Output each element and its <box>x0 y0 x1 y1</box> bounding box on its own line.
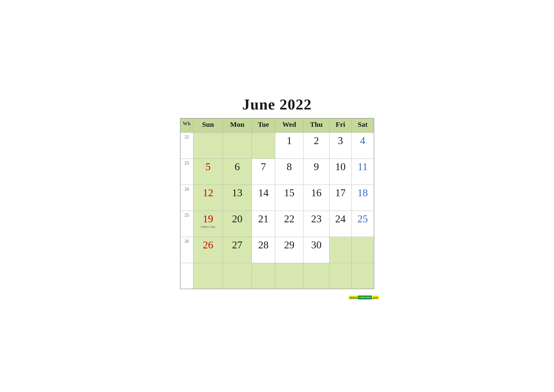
day-number: 7 <box>253 161 274 173</box>
week-row <box>180 263 374 289</box>
day-number: 15 <box>276 187 302 199</box>
day-cell: 11 <box>352 159 374 185</box>
day-cell <box>352 263 374 289</box>
day-cell: 17 <box>329 185 352 211</box>
day-number: 27 <box>224 239 251 251</box>
day-cell: 19Father's Day <box>193 211 223 237</box>
day-cell: 18 <box>352 185 374 211</box>
day-number: 8 <box>276 161 302 173</box>
day-cell: 20 <box>223 211 252 237</box>
fri-header: Fri <box>329 118 352 133</box>
day-number: 10 <box>330 161 350 173</box>
day-cell <box>303 263 329 289</box>
day-number: 29 <box>276 239 302 251</box>
wk-cell: 24 <box>180 185 193 211</box>
day-number: 20 <box>224 213 251 225</box>
day-cell: 6 <box>223 159 252 185</box>
day-number: 19 <box>194 213 222 225</box>
week-row: 2412131415161718 <box>180 185 374 211</box>
day-number: 16 <box>304 187 328 199</box>
wk-header: Wk <box>180 118 193 133</box>
day-cell <box>251 263 275 289</box>
calendar-table: Wk Sun Mon Tue Wed Thu Fri Sat 221234235… <box>180 118 374 289</box>
mon-header: Mon <box>223 118 252 133</box>
watermark-text2: calendars <box>358 295 372 299</box>
day-cell: 16 <box>303 185 329 211</box>
wed-header: Wed <box>275 118 303 133</box>
week-row: 2519Father's Day202122232425 <box>180 211 374 237</box>
day-cell <box>329 263 352 289</box>
sat-header: Sat <box>352 118 374 133</box>
tue-header: Tue <box>251 118 275 133</box>
day-cell <box>223 263 252 289</box>
watermark-text3: .com <box>372 296 378 299</box>
day-cell: 13 <box>223 185 252 211</box>
day-cell <box>275 263 303 289</box>
day-number: 22 <box>276 213 302 225</box>
day-number: 11 <box>353 161 373 173</box>
day-number: 5 <box>194 161 222 173</box>
wk-cell: 26 <box>180 237 193 263</box>
day-cell: 22 <box>275 211 303 237</box>
day-cell <box>352 237 374 263</box>
holiday-label: Father's Day <box>194 225 222 228</box>
week-row: 262627282930 <box>180 237 374 263</box>
wk-cell: 25 <box>180 211 193 237</box>
day-cell: 5 <box>193 159 223 185</box>
day-number: 21 <box>253 213 274 225</box>
watermark-text1: whenis <box>349 296 358 299</box>
calendar-body: 2212342356789101124121314151617182519Fat… <box>180 133 374 289</box>
day-number: 25 <box>353 213 373 225</box>
day-cell: 3 <box>329 133 352 159</box>
watermark: wheniscalendars.com <box>349 296 379 299</box>
day-number: 13 <box>224 187 251 199</box>
day-cell: 26 <box>193 237 223 263</box>
day-cell <box>193 263 223 289</box>
wk-cell: 23 <box>180 159 193 185</box>
week-row: 23567891011 <box>180 159 374 185</box>
day-number: 14 <box>253 187 274 199</box>
sun-header: Sun <box>193 118 223 133</box>
day-cell <box>223 133 252 159</box>
day-number: 3 <box>330 135 350 147</box>
day-cell: 9 <box>303 159 329 185</box>
wk-cell: 22 <box>180 133 193 159</box>
day-cell <box>329 237 352 263</box>
day-number: 23 <box>304 213 328 225</box>
day-number: 2 <box>304 135 328 147</box>
watermark-link[interactable]: wheniscalendars.com <box>349 295 379 299</box>
day-number: 30 <box>304 239 328 251</box>
week-row: 221234 <box>180 133 374 159</box>
day-number: 24 <box>330 213 350 225</box>
day-cell <box>193 133 223 159</box>
day-cell: 15 <box>275 185 303 211</box>
day-cell: 12 <box>193 185 223 211</box>
day-cell: 4 <box>352 133 374 159</box>
day-cell: 21 <box>251 211 275 237</box>
day-cell: 25 <box>352 211 374 237</box>
day-number: 9 <box>304 161 328 173</box>
day-cell: 8 <box>275 159 303 185</box>
day-cell <box>251 133 275 159</box>
day-cell: 28 <box>251 237 275 263</box>
day-cell: 27 <box>223 237 252 263</box>
day-cell: 24 <box>329 211 352 237</box>
calendar-title: June 2022 <box>180 96 374 113</box>
day-number: 17 <box>330 187 350 199</box>
day-cell: 7 <box>251 159 275 185</box>
day-number: 12 <box>194 187 222 199</box>
day-number: 26 <box>194 239 222 251</box>
day-cell: 30 <box>303 237 329 263</box>
day-number: 28 <box>253 239 274 251</box>
day-number: 6 <box>224 161 251 173</box>
wk-cell <box>180 263 193 289</box>
day-number: 4 <box>353 135 373 147</box>
day-cell: 1 <box>275 133 303 159</box>
day-cell: 10 <box>329 159 352 185</box>
calendar-page: June 2022 Wk Sun Mon Tue Wed Thu Fri Sat… <box>171 89 384 303</box>
day-cell: 2 <box>303 133 329 159</box>
day-number: 18 <box>353 187 373 199</box>
day-cell: 29 <box>275 237 303 263</box>
day-cell: 14 <box>251 185 275 211</box>
header-row: Wk Sun Mon Tue Wed Thu Fri Sat <box>180 118 374 133</box>
